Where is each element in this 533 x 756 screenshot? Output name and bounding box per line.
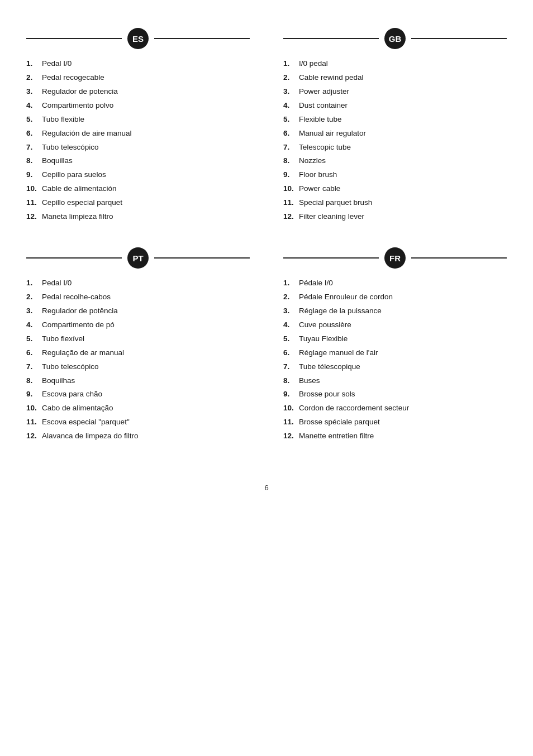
item-text: Alavanca de limpeza do filtro [42, 430, 250, 442]
item-number: 9. [283, 169, 299, 181]
item-number: 8. [26, 155, 42, 167]
section-header-es: ES [26, 28, 250, 49]
item-number: 3. [283, 305, 299, 317]
item-text: Tubo telescópico [42, 142, 250, 154]
item-number: 10. [283, 403, 299, 414]
list-item: 5.Tuyau Flexible [283, 333, 507, 345]
list-item: 7.Telescopic tube [283, 142, 507, 154]
list-item: 7.Tubo telescópico [26, 361, 250, 373]
section-badge-gb: GB [384, 28, 406, 49]
item-text: Brosse spéciale parquet [299, 417, 507, 428]
section-list-pt: 1.Pedal I/02.Pedal recolhe-cabos3.Regula… [26, 277, 250, 442]
item-number: 4. [283, 319, 299, 331]
item-number: 5. [283, 333, 299, 345]
item-number: 7. [26, 142, 42, 154]
item-text: Cuve poussière [299, 319, 507, 331]
list-item: 4.Dust container [283, 100, 507, 112]
list-item: 12.Filter cleaning lever [283, 211, 507, 223]
item-number: 2. [26, 72, 42, 84]
item-number: 2. [283, 291, 299, 303]
list-item: 2.Pédale Enrouleur de cordon [283, 291, 507, 303]
item-text: Brosse pour sols [299, 389, 507, 400]
list-item: 1.Pedal I/0 [26, 58, 250, 70]
item-number: 6. [26, 128, 42, 140]
item-text: Pédale I/0 [299, 277, 507, 289]
list-item: 2.Pedal recogecable [26, 72, 250, 84]
item-number: 5. [26, 114, 42, 126]
item-number: 2. [283, 72, 299, 84]
section-fr: FR1.Pédale I/02.Pédale Enrouleur de cord… [278, 242, 512, 461]
item-number: 10. [26, 183, 42, 195]
list-item: 12.Alavanca de limpeza do filtro [26, 430, 250, 442]
section-header-gb: GB [283, 28, 507, 49]
section-gb: GB1.I/0 pedal2.Cable rewind pedal3.Power… [278, 22, 512, 242]
item-number: 11. [26, 197, 42, 209]
item-text: Telescopic tube [299, 142, 507, 154]
list-item: 8.Boquilhas [26, 375, 250, 387]
item-text: Cable rewind pedal [299, 72, 507, 84]
list-item: 9.Escova para chão [26, 389, 250, 400]
list-item: 9.Cepillo para suelos [26, 169, 250, 181]
item-text: Regulador de potência [42, 305, 250, 317]
item-text: Réglage manuel de l'air [299, 347, 507, 359]
item-text: Regulador de potencia [42, 86, 250, 98]
item-number: 12. [283, 430, 299, 442]
item-number: 10. [26, 403, 42, 414]
item-text: Boquilhas [42, 375, 250, 387]
list-item: 6.Réglage manuel de l'air [283, 347, 507, 359]
item-text: Floor brush [299, 169, 507, 181]
list-item: 12.Maneta limpieza filtro [26, 211, 250, 223]
list-item: 1.Pédale I/0 [283, 277, 507, 289]
item-text: Pédale Enrouleur de cordon [299, 291, 507, 303]
item-text: Escova para chão [42, 389, 250, 400]
list-item: 5.Tubo flexível [26, 333, 250, 345]
item-number: 5. [26, 333, 42, 345]
item-text: Cordon de raccordement secteur [299, 403, 507, 414]
section-pt: PT1.Pedal I/02.Pedal recolhe-cabos3.Regu… [21, 242, 255, 461]
item-text: Escova especial "parquet" [42, 417, 250, 428]
list-item: 5.Tubo flexible [26, 114, 250, 126]
list-item: 9.Floor brush [283, 169, 507, 181]
section-header-fr: FR [283, 247, 507, 269]
item-number: 8. [283, 155, 299, 167]
item-number: 3. [26, 305, 42, 317]
item-number: 1. [283, 277, 299, 289]
item-text: Filter cleaning lever [299, 211, 507, 223]
item-number: 3. [283, 86, 299, 98]
item-number: 3. [26, 86, 42, 98]
item-number: 8. [283, 375, 299, 387]
item-number: 5. [283, 114, 299, 126]
section-header-line-left [26, 38, 122, 39]
list-item: 10.Cable de alimentación [26, 183, 250, 195]
item-text: Réglage de la puissance [299, 305, 507, 317]
item-number: 1. [26, 277, 42, 289]
list-item: 8.Buses [283, 375, 507, 387]
item-text: Regulação de ar manual [42, 347, 250, 359]
item-text: Buses [299, 375, 507, 387]
section-header-line-right [154, 257, 250, 259]
list-item: 5.Flexible tube [283, 114, 507, 126]
item-number: 9. [26, 169, 42, 181]
list-item: 11.Escova especial "parquet" [26, 417, 250, 428]
item-text: Cabo de alimentação [42, 403, 250, 414]
item-text: Compartimento de pó [42, 319, 250, 331]
item-text: Tuyau Flexible [299, 333, 507, 345]
item-number: 9. [26, 389, 42, 400]
list-item: 6.Manual air regulator [283, 128, 507, 140]
item-text: Nozzles [299, 155, 507, 167]
list-item: 7.Tube télescopique [283, 361, 507, 373]
list-item: 8.Boquillas [26, 155, 250, 167]
item-number: 6. [26, 347, 42, 359]
item-text: I/0 pedal [299, 58, 507, 70]
section-list-fr: 1.Pédale I/02.Pédale Enrouleur de cordon… [283, 277, 507, 442]
item-text: Pedal recolhe-cabos [42, 291, 250, 303]
item-number: 7. [26, 361, 42, 373]
list-item: 9.Brosse pour sols [283, 389, 507, 400]
list-item: 7.Tubo telescópico [26, 142, 250, 154]
item-text: Tubo telescópico [42, 361, 250, 373]
section-badge-es: ES [127, 28, 149, 49]
section-es: ES1.Pedal I/02.Pedal recogecable3.Regula… [21, 22, 255, 242]
list-item: 11.Special parquet brush [283, 197, 507, 209]
section-header-line-right [411, 257, 507, 259]
item-number: 8. [26, 375, 42, 387]
